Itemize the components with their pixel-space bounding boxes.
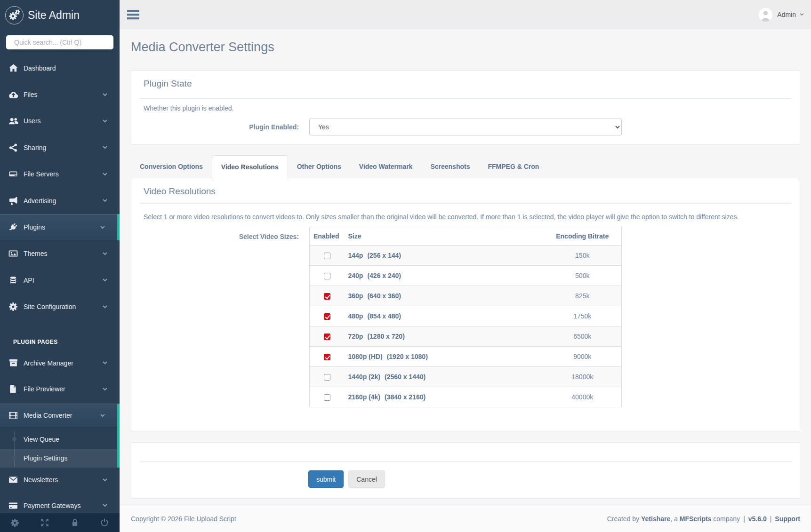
support-link[interactable]: Support: [775, 515, 800, 523]
table-row: 1080p (HD)(1920 x 1080) 9000k: [310, 347, 622, 367]
chevron-down-icon: [103, 305, 107, 309]
chevron-down-icon: [100, 414, 105, 417]
table-row: 1440p (2k)(2560 x 1440) 18000k: [310, 367, 622, 387]
chevron-down-icon: [103, 361, 107, 365]
sidebar-subitem-view-queue[interactable]: View Queue: [0, 430, 117, 449]
sidebar-item-sharing[interactable]: Sharing: [0, 135, 120, 161]
plugin-enabled-label: Plugin Enabled:: [144, 119, 299, 135]
table-row: 720p(1280 x 720) 6500k: [310, 326, 622, 347]
table-row: 480p(854 x 480) 1750k: [310, 306, 622, 326]
topbar: Admin: [120, 0, 811, 29]
sidebar-item-media-converter[interactable]: Media Converter: [0, 404, 117, 428]
footer: Copyright © 2026 File Upload Script Crea…: [120, 505, 811, 532]
brand-title: Site Admin: [24, 9, 80, 22]
settings-icon[interactable]: [0, 513, 30, 532]
user-menu[interactable]: Admin: [759, 0, 804, 29]
table-row: 360p(640 x 360) 825k: [310, 286, 622, 306]
actions-panel: submit Cancel: [131, 442, 800, 499]
sidebar-item-file-servers[interactable]: File Servers: [0, 161, 120, 187]
checkbox-480p[interactable]: [324, 313, 330, 320]
actions-divider: [140, 461, 791, 462]
video-resolutions-description: Select 1 or more video resolutions to co…: [131, 204, 800, 221]
checkbox-1440p[interactable]: [324, 374, 330, 381]
plugin-state-description: Whether this plugin is enabled.: [131, 99, 800, 112]
brand[interactable]: Site Admin: [0, 0, 120, 30]
checkbox-2160p[interactable]: [324, 394, 330, 401]
copyright-text: Copyright © 2026 File Upload Script: [131, 515, 236, 523]
power-icon[interactable]: [90, 513, 120, 532]
chevron-down-icon: [103, 93, 107, 96]
tab-other-options[interactable]: Other Options: [288, 156, 350, 178]
plugin-enabled-select[interactable]: Yes: [309, 119, 622, 135]
sidebar-item-archive-manager[interactable]: Archive Manager: [0, 350, 120, 376]
column-header-enabled: Enabled: [310, 227, 345, 246]
sidebar-item-file-previewer[interactable]: File Previewer: [0, 376, 120, 402]
image-icon: [8, 248, 18, 259]
sidebar-item-plugins[interactable]: Plugins: [0, 214, 120, 240]
megaphone-icon: [8, 196, 18, 206]
film-icon: [8, 410, 18, 421]
video-resolutions-title: Video Resolutions: [144, 186, 787, 197]
sidebar: Site Admin Dashboard Files Users: [0, 0, 120, 532]
tab-ffmpeg-cron[interactable]: FFMPEG & Cron: [479, 156, 548, 178]
submit-button[interactable]: submit: [308, 470, 344, 488]
gears-logo-icon: [5, 6, 24, 24]
table-row: 240p(426 x 240) 500k: [310, 266, 622, 286]
cloud-upload-icon: [8, 89, 18, 100]
menu-toggle-icon[interactable]: [127, 8, 139, 21]
avatar: [759, 8, 772, 22]
checkbox-360p[interactable]: [324, 293, 330, 300]
menu-section-label: PLUGIN PAGES: [0, 320, 120, 350]
media-converter-submenu: View Queue Plugin Settings: [0, 428, 117, 468]
sidebar-group-media-converter: Media Converter View Queue Plugin Settin…: [0, 404, 120, 468]
plugin-state-title: Plugin State: [144, 79, 787, 89]
video-sizes-table: Enabled Size Encoding Bitrate 144p(256 x…: [309, 227, 622, 407]
sidebar-item-dashboard[interactable]: Dashboard: [0, 55, 120, 81]
settings-tabs: Conversion Options Video Resolutions Oth…: [131, 155, 800, 178]
yetishare-link[interactable]: Yetishare: [641, 515, 670, 523]
cancel-button[interactable]: Cancel: [348, 470, 385, 488]
chevron-down-icon: [800, 13, 804, 16]
chevron-down-icon: [100, 226, 105, 229]
search-input[interactable]: [6, 35, 113, 49]
checkbox-240p[interactable]: [324, 273, 330, 279]
chevron-down-icon: [103, 173, 107, 176]
chevron-down-icon: [103, 199, 107, 202]
fullscreen-icon[interactable]: [30, 513, 60, 532]
checkbox-144p[interactable]: [324, 253, 330, 259]
sidebar-item-themes[interactable]: Themes: [0, 240, 120, 267]
tab-conversion-options[interactable]: Conversion Options: [131, 156, 212, 178]
sidebar-item-advertising[interactable]: Advertising: [0, 187, 120, 214]
tab-video-watermark[interactable]: Video Watermark: [350, 156, 422, 178]
select-video-sizes-label: Select Video Sizes:: [144, 227, 299, 407]
sidebar-item-files[interactable]: Files: [0, 81, 120, 108]
sidebar-item-users[interactable]: Users: [0, 108, 120, 134]
sidebar-subitem-plugin-settings[interactable]: Plugin Settings: [0, 449, 117, 468]
page-title: Media Converter Settings: [131, 40, 800, 55]
checkbox-1080p[interactable]: [324, 354, 330, 360]
database-icon: [8, 275, 18, 286]
users-icon: [8, 116, 18, 126]
checkbox-720p[interactable]: [324, 333, 330, 340]
sidebar-menu: Dashboard Files Users Sharing: [0, 55, 120, 519]
table-row: 144p(256 x 144) 150k: [310, 246, 622, 266]
home-icon: [8, 63, 18, 73]
video-resolutions-panel: Video Resolutions Select 1 or more video…: [131, 178, 800, 431]
table-row: 2160p (4k)(3840 x 2160) 40000k: [310, 387, 622, 407]
footer-credits: Created by Yetishare, a MFScripts compan…: [607, 515, 800, 523]
sidebar-item-newsletters[interactable]: Newsletters: [0, 468, 120, 492]
gear-icon: [8, 302, 18, 312]
file-icon: [8, 384, 18, 394]
chevron-down-icon: [103, 278, 107, 282]
plugin-state-title-row: Plugin State: [140, 71, 791, 99]
plugin-state-panel: Plugin State Whether this plugin is enab…: [131, 71, 800, 145]
tab-screenshots[interactable]: Screenshots: [421, 156, 479, 178]
lock-icon[interactable]: [60, 513, 90, 532]
mfscripts-link[interactable]: MFScripts: [680, 515, 712, 523]
video-resolutions-title-row: Video Resolutions: [140, 178, 791, 204]
sidebar-item-site-configuration[interactable]: Site Configuration: [0, 294, 120, 320]
tab-video-resolutions[interactable]: Video Resolutions: [212, 155, 288, 178]
sidebar-item-api[interactable]: API: [0, 267, 120, 294]
column-header-encoding-bitrate: Encoding Bitrate: [544, 227, 622, 246]
column-header-size: Size: [345, 227, 544, 246]
